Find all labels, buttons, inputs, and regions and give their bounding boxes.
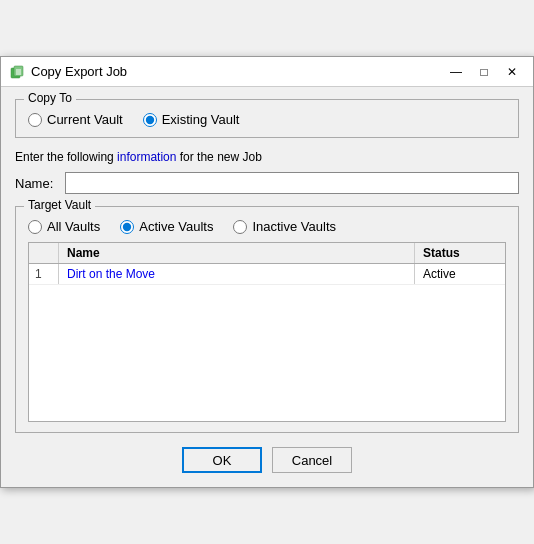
cell-name: Dirt on the Move [59, 264, 415, 284]
window-body: Copy To Current Vault Existing Vault Ent… [1, 87, 533, 487]
existing-vault-radio[interactable] [143, 113, 157, 127]
vault-table: Name Status 1 Dirt on the Move Active [28, 242, 506, 422]
name-label: Name: [15, 176, 65, 191]
existing-vault-label: Existing Vault [162, 112, 240, 127]
maximize-button[interactable]: □ [471, 62, 497, 82]
ok-button[interactable]: OK [182, 447, 262, 473]
copy-to-group: Copy To Current Vault Existing Vault [15, 99, 519, 138]
app-icon [9, 64, 25, 80]
name-input[interactable] [65, 172, 519, 194]
active-vaults-radio[interactable] [120, 220, 134, 234]
col-status: Status [415, 243, 505, 263]
job-info-text: Enter the following information for the … [15, 150, 519, 164]
all-vaults-radio[interactable] [28, 220, 42, 234]
close-button[interactable]: ✕ [499, 62, 525, 82]
current-vault-option[interactable]: Current Vault [28, 112, 123, 127]
inactive-vaults-radio[interactable] [233, 220, 247, 234]
target-vault-group: Target Vault All Vaults Active Vaults In… [15, 206, 519, 433]
cell-num: 1 [29, 264, 59, 284]
current-vault-label: Current Vault [47, 112, 123, 127]
all-vaults-option[interactable]: All Vaults [28, 219, 100, 234]
title-bar: Copy Export Job — □ ✕ [1, 57, 533, 87]
cell-status: Active [415, 264, 505, 284]
copy-to-radio-group: Current Vault Existing Vault [28, 112, 506, 127]
table-header: Name Status [29, 243, 505, 264]
table-row[interactable]: 1 Dirt on the Move Active [29, 264, 505, 285]
button-row: OK Cancel [15, 447, 519, 473]
dialog-window: Copy Export Job — □ ✕ Copy To Current Va… [0, 56, 534, 488]
info-highlight: information [117, 150, 176, 164]
col-num [29, 243, 59, 263]
current-vault-radio[interactable] [28, 113, 42, 127]
name-field-row: Name: [15, 172, 519, 194]
inactive-vaults-label: Inactive Vaults [252, 219, 336, 234]
title-bar-controls: — □ ✕ [443, 62, 525, 82]
active-vaults-option[interactable]: Active Vaults [120, 219, 213, 234]
target-vault-label: Target Vault [24, 198, 95, 212]
all-vaults-label: All Vaults [47, 219, 100, 234]
existing-vault-option[interactable]: Existing Vault [143, 112, 240, 127]
active-vaults-label: Active Vaults [139, 219, 213, 234]
vault-filter-group: All Vaults Active Vaults Inactive Vaults [28, 219, 506, 234]
inactive-vaults-option[interactable]: Inactive Vaults [233, 219, 336, 234]
cancel-button[interactable]: Cancel [272, 447, 352, 473]
copy-to-label: Copy To [24, 91, 76, 105]
col-name: Name [59, 243, 415, 263]
title-bar-text: Copy Export Job [31, 64, 443, 79]
minimize-button[interactable]: — [443, 62, 469, 82]
